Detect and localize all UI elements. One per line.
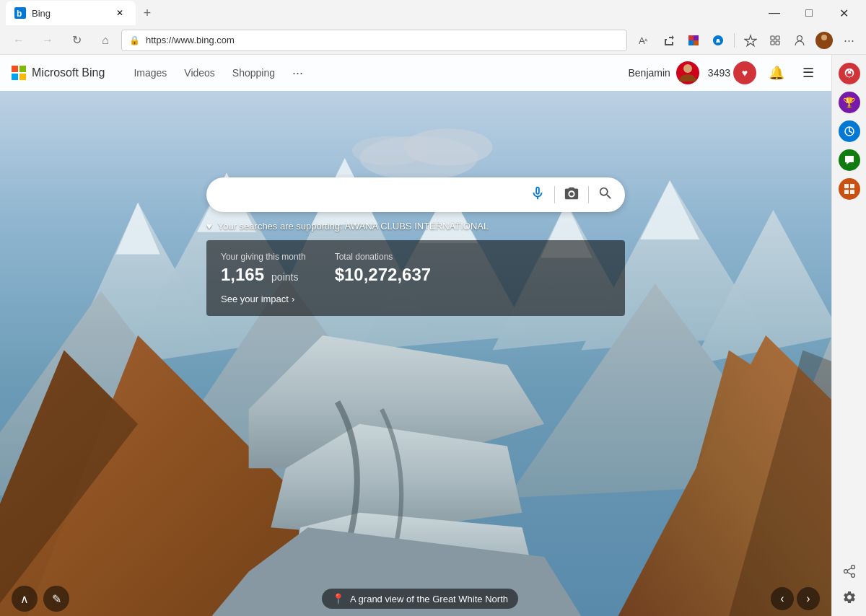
copilot-sidebar-btn[interactable] — [836, 61, 862, 87]
hamburger-button[interactable]: ☰ — [797, 61, 820, 84]
svg-rect-5 — [694, 35, 699, 40]
giving-this-month: Your giving this month 1,165 points See … — [221, 252, 306, 304]
more-options-icon[interactable]: ⋯ — [837, 29, 860, 52]
points-value: 3493 — [708, 67, 730, 79]
square-red — [12, 66, 18, 72]
maximize-button[interactable]: □ — [792, 0, 826, 26]
svg-point-12 — [797, 35, 802, 40]
toolbar-icons: A ᴬ — [633, 29, 860, 52]
square-blue — [12, 74, 18, 80]
title-bar: b Bing ✕ + — □ ✕ — [0, 0, 866, 26]
bing-logo[interactable]: Microsoft Bing — [12, 66, 105, 80]
svg-text:ᴬ: ᴬ — [644, 38, 648, 45]
search-divider — [554, 186, 555, 203]
total-donations-value: $10,272,637 — [335, 265, 431, 285]
nav-more-button[interactable]: ··· — [292, 66, 303, 81]
tab-favicon: b — [14, 7, 26, 19]
office-icon[interactable] — [682, 29, 705, 52]
svg-rect-10 — [771, 41, 774, 45]
browser-essentials-btn[interactable] — [836, 118, 862, 144]
sidebar-bottom — [836, 558, 862, 610]
nav-links: Images Videos Shopping ··· — [134, 66, 303, 81]
svg-rect-50 — [850, 190, 854, 194]
total-donations-label: Total donations — [335, 252, 431, 262]
minimize-button[interactable]: — — [758, 0, 791, 26]
points-badge: 3493 ♥ — [708, 61, 756, 84]
search-input[interactable] — [218, 188, 530, 201]
home-button[interactable]: ⌂ — [92, 27, 118, 53]
user-avatar-btn[interactable] — [813, 29, 836, 52]
square-yellow — [19, 74, 26, 80]
supporting-line: ♥ Your searches are supporting: AWANA CL… — [206, 221, 625, 232]
search-icons — [530, 185, 613, 205]
read-aloud-icon[interactable]: A ᴬ — [633, 29, 656, 52]
user-avatar[interactable] — [676, 61, 699, 84]
image-caption: A grand view of the Great White North — [350, 594, 508, 604]
chat-sidebar-btn[interactable] — [836, 147, 862, 173]
nav-videos[interactable]: Videos — [184, 66, 215, 81]
window-close-button[interactable]: ✕ — [827, 0, 860, 26]
rewards-icon: 🏆 — [839, 92, 860, 113]
svg-rect-6 — [688, 40, 694, 45]
bell-button[interactable]: 🔔 — [765, 61, 788, 84]
tab-bar: b Bing ✕ + — [6, 0, 752, 26]
supporting-text: Your searches are supporting: AWANA CLUB… — [218, 221, 489, 232]
svg-rect-48 — [850, 184, 854, 188]
browser-essentials-icon — [839, 120, 860, 142]
back-button[interactable]: ← — [6, 27, 32, 53]
toolbar-divider — [734, 33, 735, 48]
svg-rect-7 — [694, 40, 699, 45]
user-name: Benjamin — [628, 67, 670, 79]
search-section: ♥ Your searches are supporting: AWANA CL… — [0, 91, 831, 316]
chevron-right-icon: › — [292, 294, 294, 304]
office-sidebar-btn[interactable] — [836, 176, 862, 202]
search-icon[interactable] — [598, 185, 613, 205]
svg-rect-8 — [771, 36, 774, 40]
prev-image-button[interactable]: ‹ — [771, 587, 794, 610]
search-box[interactable] — [206, 177, 625, 212]
favorites-icon[interactable] — [739, 29, 762, 52]
svg-rect-4 — [688, 35, 694, 40]
share-icon[interactable] — [657, 29, 681, 52]
svg-point-45 — [683, 64, 692, 73]
next-image-button[interactable]: › — [797, 587, 820, 610]
copilot-icon — [839, 63, 860, 84]
edit-button[interactable]: ✎ — [43, 586, 69, 612]
browser-tab[interactable]: b Bing ✕ — [6, 1, 136, 25]
location-icon: 📍 — [332, 593, 344, 604]
address-bar: ← → ↻ ⌂ 🔒 https://www.bing.com A ᴬ — [0, 26, 866, 55]
settings-sidebar-btn[interactable] — [836, 584, 862, 610]
user-info: Benjamin — [628, 61, 699, 84]
bing-navbar: Microsoft Bing Images Videos Shopping ··… — [0, 55, 831, 91]
see-impact-text: See your impact — [221, 294, 289, 304]
refresh-button[interactable]: ↻ — [64, 27, 89, 53]
profile-icon[interactable] — [788, 29, 811, 52]
microphone-icon[interactable] — [530, 185, 546, 205]
svg-point-52 — [844, 570, 847, 573]
forward-button[interactable]: → — [35, 27, 61, 53]
browser-frame: b Bing ✕ + — □ ✕ ← → ↻ ⌂ 🔒 https://www.b… — [0, 0, 866, 616]
see-impact-link[interactable]: See your impact › — [221, 294, 306, 304]
svg-point-13 — [821, 35, 827, 40]
share-sidebar-btn[interactable] — [836, 558, 862, 584]
nav-shopping[interactable]: Shopping — [232, 66, 275, 81]
collections-icon[interactable] — [764, 29, 787, 52]
close-tab-button[interactable]: ✕ — [113, 6, 127, 20]
scroll-up-button[interactable]: ∧ — [12, 586, 38, 612]
heart-button[interactable]: ♥ — [733, 61, 756, 84]
svg-rect-9 — [776, 36, 779, 40]
rewards-sidebar-btn[interactable]: 🏆 — [836, 89, 862, 115]
bottom-left: ∧ ✎ — [12, 586, 69, 612]
office-sidebar-icon — [839, 178, 860, 200]
address-input[interactable]: 🔒 https://www.bing.com — [121, 30, 627, 51]
svg-rect-47 — [844, 184, 849, 188]
camera-icon[interactable] — [564, 185, 579, 205]
tab-title: Bing — [32, 8, 51, 19]
nav-images[interactable]: Images — [134, 66, 167, 81]
bing-logo-text: Microsoft Bing — [32, 66, 105, 79]
giving-area: ♥ Your searches are supporting: AWANA CL… — [206, 221, 625, 316]
new-tab-button[interactable]: + — [136, 1, 159, 25]
microsoft-squares — [12, 66, 26, 80]
edge-icon[interactable] — [707, 29, 730, 52]
svg-rect-11 — [776, 41, 779, 45]
